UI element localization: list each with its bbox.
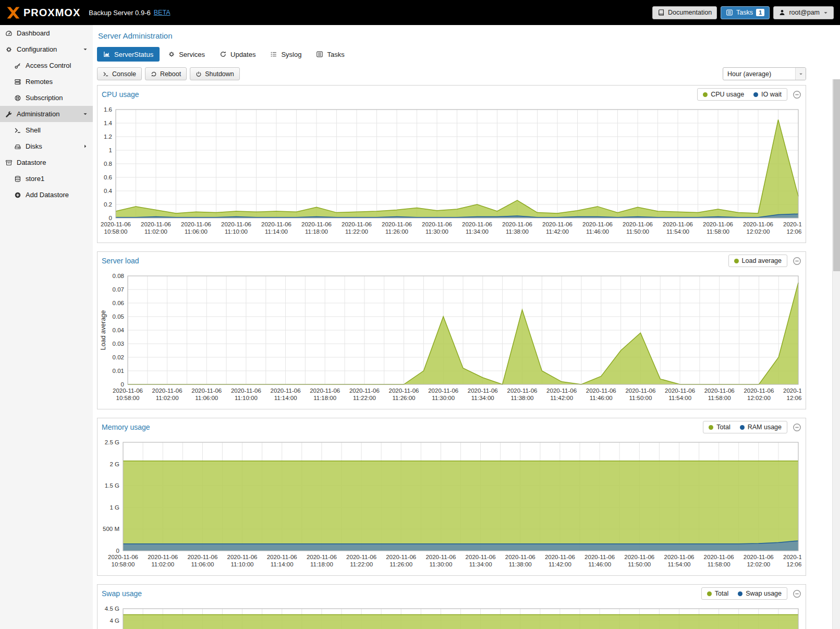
timeframe-select[interactable]: Hour (average): [723, 67, 806, 80]
svg-text:1: 1: [109, 147, 112, 153]
documentation-button[interactable]: Documentation: [652, 6, 717, 19]
svg-text:2020-11-06: 2020-11-06: [665, 388, 695, 394]
collapse-icon[interactable]: [793, 423, 801, 432]
svg-text:2020-11-06: 2020-11-06: [744, 388, 774, 394]
tab-serverstatus[interactable]: ServerStatus: [97, 47, 160, 62]
svg-text:0.4: 0.4: [104, 188, 113, 194]
console-button[interactable]: Console: [97, 67, 142, 80]
proxmox-x-icon: [6, 6, 20, 20]
key-icon: [14, 62, 21, 69]
sidebar-item-datastore[interactable]: Datastore: [0, 154, 93, 171]
legend-item-ram-usage[interactable]: RAM usage: [740, 424, 782, 431]
svg-text:11:46:00: 11:46:00: [586, 228, 609, 235]
tachometer-icon: [5, 30, 13, 37]
sidebar-item-configuration[interactable]: Configuration: [0, 41, 93, 57]
svg-text:11:26:00: 11:26:00: [393, 395, 416, 401]
svg-text:1.6: 1.6: [104, 106, 112, 113]
sidebar-item-access-control[interactable]: Access Control: [0, 57, 93, 74]
collapse-icon[interactable]: [793, 589, 801, 598]
panel-header: Server loadLoad average: [98, 252, 806, 270]
svg-text:11:58:00: 11:58:00: [708, 561, 731, 567]
sidebar-item-disks[interactable]: Disks: [0, 138, 93, 154]
panel-title: Server load: [102, 257, 728, 265]
svg-text:2020-11-06: 2020-11-06: [346, 554, 376, 560]
svg-text:2020-11-06: 2020-11-06: [261, 221, 291, 227]
svg-text:0.04: 0.04: [113, 327, 125, 333]
legend-dot: [753, 92, 758, 97]
svg-text:0.03: 0.03: [113, 341, 124, 347]
user-menu-button[interactable]: root@pam: [773, 6, 834, 19]
svg-text:2020-11-06: 2020-11-06: [227, 554, 258, 560]
tab-services[interactable]: Services: [162, 47, 211, 62]
tab-tasks[interactable]: Tasks: [310, 47, 350, 62]
svg-text:2020-11-06: 2020-11-06: [221, 221, 251, 227]
tab-label: Tasks: [327, 51, 344, 58]
svg-text:2020-11-06: 2020-11-06: [349, 388, 380, 394]
sidebar-item-shell[interactable]: Shell: [0, 122, 93, 138]
select-trigger[interactable]: [795, 68, 806, 80]
panel-body: 0500 M1 G1.5 G2 G2.5 G2020-11-0610:58:00…: [98, 436, 806, 575]
svg-text:2020-11-06: 2020-11-06: [664, 554, 695, 560]
tab-updates[interactable]: Updates: [213, 47, 262, 62]
sidebar-item-subscription[interactable]: Subscription: [0, 90, 93, 106]
svg-text:11:50:00: 11:50:00: [629, 395, 652, 401]
scrollbar-thumb[interactable]: [833, 79, 840, 271]
svg-text:2020-11-06: 2020-11-06: [108, 554, 138, 560]
legend-label: IO wait: [761, 91, 782, 98]
reboot-button[interactable]: Reboot: [145, 67, 187, 80]
list-icon: [270, 51, 277, 58]
header-actions: Documentation Tasks 1 root@pam: [652, 6, 834, 19]
power-icon: [196, 71, 202, 77]
sidebar-item-remotes[interactable]: Remotes: [0, 74, 93, 90]
svg-text:1.5 G: 1.5 G: [105, 482, 119, 489]
svg-text:2020-11-06: 2020-11-06: [502, 221, 532, 227]
svg-text:2020-11-06: 2020-11-06: [310, 388, 340, 394]
toolbar: ConsoleRebootShutdown Hour (average): [97, 67, 806, 80]
legend-item-load-average[interactable]: Load average: [734, 257, 782, 264]
sidebar-item-add-datastore[interactable]: Add Datastore: [0, 187, 93, 203]
legend-item-total[interactable]: Total: [707, 590, 728, 597]
legend-item-total[interactable]: Total: [709, 424, 730, 431]
chart-legend: CPU usageIO wait: [697, 88, 787, 101]
beta-link[interactable]: BETA: [154, 9, 171, 16]
chart-server-load: 00.010.020.030.040.050.060.070.082020-11…: [100, 271, 801, 405]
svg-text:10:58:00: 10:58:00: [116, 395, 140, 401]
svg-text:11:02:00: 11:02:00: [156, 395, 179, 401]
legend-label: CPU usage: [711, 91, 744, 98]
toolbar-buttons: ConsoleRebootShutdown: [97, 67, 240, 80]
sidebar: DashboardConfigurationAccess ControlRemo…: [0, 25, 93, 629]
sidebar-item-store1[interactable]: store1: [0, 171, 93, 187]
svg-text:2.5 G: 2.5 G: [105, 439, 119, 445]
legend-item-swap-usage[interactable]: Swap usage: [738, 590, 782, 597]
svg-text:2020-11-06: 2020-11-06: [505, 554, 535, 560]
svg-text:11:38:00: 11:38:00: [506, 228, 529, 235]
sidebar-item-dashboard[interactable]: Dashboard: [0, 25, 93, 41]
tab-label: ServerStatus: [114, 51, 153, 58]
sidebar-item-administration[interactable]: Administration: [0, 106, 93, 122]
undo-icon: [151, 71, 157, 77]
svg-text:11:58:00: 11:58:00: [708, 395, 731, 401]
legend-dot: [740, 425, 745, 430]
svg-text:2020-11-06: 2020-11-06: [466, 554, 496, 560]
svg-text:11:18:00: 11:18:00: [305, 228, 328, 235]
tab-label: Syslog: [281, 51, 301, 58]
legend-item-cpu-usage[interactable]: CPU usage: [703, 91, 744, 98]
chart-legend: TotalRAM usage: [703, 421, 787, 433]
toolbar-button-label: Reboot: [160, 70, 181, 78]
svg-text:11:26:00: 11:26:00: [389, 561, 412, 567]
svg-text:4.5 G: 4.5 G: [105, 606, 119, 612]
sidebar-item-label: Access Control: [26, 62, 71, 69]
collapse-icon[interactable]: [793, 257, 801, 265]
tasks-button[interactable]: Tasks 1: [721, 6, 770, 19]
shutdown-button[interactable]: Shutdown: [190, 67, 240, 80]
svg-text:11:10:00: 11:10:00: [231, 561, 254, 567]
legend-item-io-wait[interactable]: IO wait: [753, 91, 782, 98]
collapse-icon[interactable]: [793, 90, 801, 99]
tab-syslog[interactable]: Syslog: [264, 47, 308, 62]
svg-text:2020-11-06: 2020-11-06: [101, 221, 131, 227]
svg-text:0.06: 0.06: [113, 300, 124, 306]
svg-text:11:50:00: 11:50:00: [626, 228, 649, 235]
legend-label: Swap usage: [746, 590, 782, 597]
svg-text:11:22:00: 11:22:00: [353, 395, 376, 401]
vertical-scrollbar[interactable]: [832, 79, 840, 629]
